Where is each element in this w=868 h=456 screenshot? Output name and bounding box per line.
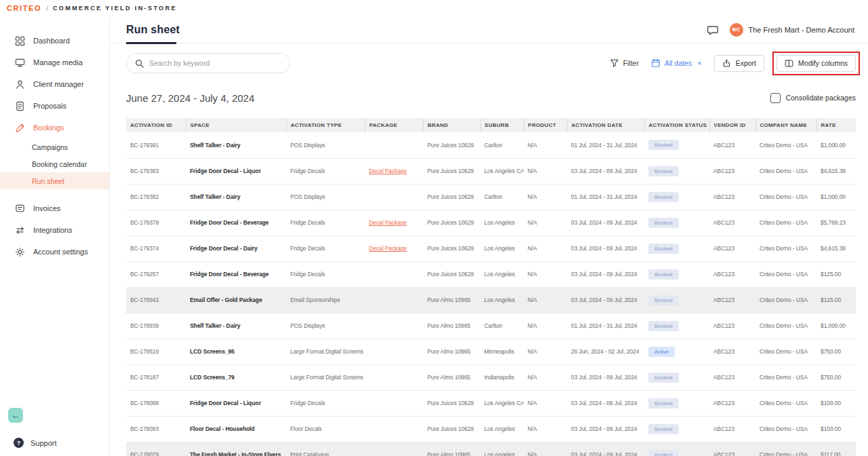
table-row[interactable]: BC-179374Fridge Door Decal - DairyFridge… xyxy=(126,235,856,261)
company-cell: Criteo Demo - USA xyxy=(755,442,816,456)
sidebar-item-booking-calendar[interactable]: Booking calendar xyxy=(0,155,109,172)
chat-bubble-icon xyxy=(707,24,719,36)
column-header[interactable]: Space xyxy=(186,118,286,132)
table-row[interactable]: BC-179383Fridge Door Decal - LiquorFridg… xyxy=(126,158,856,184)
column-header[interactable]: Activation Type xyxy=(286,118,365,132)
type-cell: Large Format Digital Screens xyxy=(286,339,365,364)
sidebar-item-proposals[interactable]: Proposals xyxy=(0,95,109,117)
company-cell: Criteo Demo - USA xyxy=(755,287,816,313)
vendor-cell: ABC123 xyxy=(709,210,755,235)
company-cell: Criteo Demo - USA xyxy=(755,235,816,261)
type-cell: Fridge Decals xyxy=(286,390,365,416)
consolidate-packages-toggle[interactable]: Consolidate packages xyxy=(770,93,856,103)
id-cell: BC-179382 xyxy=(126,184,186,210)
space-cell: Shelf Talker - Dairy xyxy=(186,313,286,339)
sidebar-subitem-label: Run sheet xyxy=(32,177,64,185)
table-row[interactable]: BC-178942Email Offer - Gold PackageEmail… xyxy=(126,287,856,313)
table-body: BC-179391Shelf Talker - DairyPOS Display… xyxy=(126,132,856,456)
app-window: CRITEO / COMMERCE YIELD IN-STORE Dashboa… xyxy=(0,0,868,456)
table-row[interactable]: BC-178939Shelf Talker - DairyPOS Display… xyxy=(126,313,856,339)
table-row[interactable]: BC-178187LCD Screens_79Large Format Digi… xyxy=(126,364,856,390)
sidebar-item-bookings[interactable]: Bookings xyxy=(0,117,109,138)
column-header[interactable]: Product xyxy=(524,118,567,132)
sidebar-item-dashboard[interactable]: Dashboard xyxy=(0,30,109,52)
column-header[interactable]: Vendor ID xyxy=(709,118,755,132)
id-cell: BC-178939 xyxy=(126,313,186,339)
brand-cell: Pure Almo 10965 xyxy=(423,442,480,456)
support-link[interactable]: ? Support xyxy=(8,438,109,448)
product-cell: N/A xyxy=(524,364,567,390)
search-input[interactable] xyxy=(149,59,281,67)
person-icon xyxy=(15,79,25,90)
suburb-cell: Los Angeles CA xyxy=(480,390,524,416)
package-link[interactable]: Decal Package xyxy=(369,168,407,174)
dates-filter-label: All dates xyxy=(665,59,692,67)
sidebar-item-invoices[interactable]: Invoices xyxy=(0,197,109,219)
brand-cell: Pure Juices 10629 xyxy=(423,210,480,235)
sidebar-item-campaigns[interactable]: Campaigns xyxy=(0,138,109,155)
suburb-cell: Carlton xyxy=(480,132,524,158)
table-row[interactable]: BC-178079The Fresh Market - In-Store Fly… xyxy=(126,442,856,456)
suburb-cell: Carlton xyxy=(480,184,524,210)
rate-cell: $125.00 xyxy=(816,261,856,287)
modify-columns-button[interactable]: Modify columns xyxy=(776,55,856,72)
id-cell: BC-178187 xyxy=(126,364,186,390)
table-row[interactable]: BC-179382Shelf Talker - DairyPOS Display… xyxy=(126,184,856,210)
column-header[interactable]: Suburb xyxy=(480,118,524,132)
remove-dates-filter-icon[interactable]: × xyxy=(697,59,701,67)
status-badge: Booked xyxy=(648,166,679,176)
export-button[interactable]: Export xyxy=(714,55,764,72)
status-cell: Active xyxy=(644,339,709,364)
column-header[interactable]: Package xyxy=(365,118,423,132)
filter-button[interactable]: Filter xyxy=(610,58,639,68)
table-row[interactable]: BC-178098Fridge Door Decal - LiquorFridg… xyxy=(126,390,856,416)
package-cell xyxy=(365,442,423,456)
account-menu[interactable]: BC The Fresh Mart - Demo Account xyxy=(730,23,855,37)
company-cell: Criteo Demo - USA xyxy=(755,339,816,364)
column-header[interactable]: Activation Date xyxy=(567,118,644,132)
table-row[interactable]: BC-178519LCD Screens_95Large Format Digi… xyxy=(126,339,856,364)
table-row[interactable]: BC-179391Shelf Talker - DairyPOS Display… xyxy=(126,132,856,158)
package-link[interactable]: Decal Package xyxy=(369,219,407,226)
funnel-icon xyxy=(610,58,619,68)
space-cell: LCD Screens_95 xyxy=(186,339,286,364)
status-badge: Booked xyxy=(648,373,679,383)
consolidate-checkbox[interactable] xyxy=(770,93,781,103)
status-cell: Booked xyxy=(644,158,709,184)
dates-filter-chip[interactable]: All dates × xyxy=(651,58,702,68)
logo-separator: / xyxy=(46,5,48,12)
table-row[interactable]: BC-179257Fridge Door Decal - BeverageFri… xyxy=(126,261,856,287)
table-row[interactable]: BC-179378Fridge Door Decal - BeverageFri… xyxy=(126,210,856,235)
package-link[interactable]: Decal Package xyxy=(369,245,407,252)
column-header[interactable]: Company Name xyxy=(755,118,816,132)
sidebar-item-client-manager[interactable]: Client manager xyxy=(0,73,109,95)
brand-cell: Pure Juices 10629 xyxy=(423,132,480,158)
status-badge: Booked xyxy=(648,244,679,254)
company-cell: Criteo Demo - USA xyxy=(755,184,816,210)
sidebar-item-integrations[interactable]: Integrations xyxy=(0,219,109,241)
suburb-cell: Los Angeles xyxy=(480,287,524,313)
sidebar-item-label: Invoices xyxy=(33,204,60,212)
search-box[interactable] xyxy=(126,53,290,73)
type-cell: Floor Decals xyxy=(286,416,365,442)
support-label: Support xyxy=(31,439,57,447)
chat-button[interactable] xyxy=(707,24,719,36)
column-header[interactable]: Activation ID xyxy=(126,118,186,132)
sidebar-item-account-settings[interactable]: Account settings xyxy=(0,241,109,263)
collapse-sidebar-button[interactable]: ← xyxy=(8,408,23,423)
column-header[interactable]: Rate xyxy=(816,118,856,132)
type-cell: Large Format Digital Screens xyxy=(286,364,365,390)
brand-cell: Pure Juices 10629 xyxy=(423,184,480,210)
column-header[interactable]: Activation Status xyxy=(644,118,709,132)
company-cell: Criteo Demo - USA xyxy=(755,210,816,235)
brand-cell: Pure Almo 10965 xyxy=(423,287,480,313)
sidebar-item-manage-media[interactable]: Manage media xyxy=(0,52,109,73)
column-header[interactable]: Brand xyxy=(423,118,480,132)
space-cell: Fridge Door Decal - Beverage xyxy=(186,261,286,287)
sidebar-item-run-sheet[interactable]: Run sheet xyxy=(0,172,109,189)
date-cell: 03 Jul, 2024 - 09 Jul, 2024 xyxy=(567,287,644,313)
table-row[interactable]: BC-178093Floor Decal - HouseholdFloor De… xyxy=(126,416,856,442)
sidebar-item-label: Proposals xyxy=(33,102,66,110)
company-cell: Criteo Demo - USA xyxy=(755,416,816,442)
status-cell: Booked xyxy=(644,390,709,416)
